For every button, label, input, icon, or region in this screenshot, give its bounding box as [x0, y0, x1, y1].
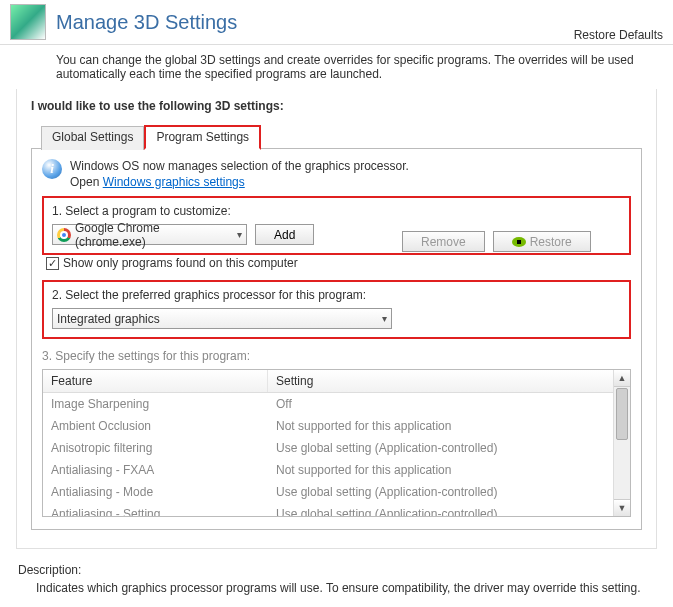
cell-setting: Not supported for this application [268, 415, 630, 437]
step1-label: 1. Select a program to customize: [52, 204, 621, 218]
table-row[interactable]: Antialiasing - FXAANot supported for thi… [43, 459, 630, 481]
cell-feature: Anisotropic filtering [43, 437, 268, 459]
col-feature[interactable]: Feature [43, 370, 268, 392]
table-row[interactable]: Anisotropic filteringUse global setting … [43, 437, 630, 459]
tab-program-settings[interactable]: Program Settings [144, 125, 261, 150]
table-row[interactable]: Ambient OcclusionNot supported for this … [43, 415, 630, 437]
description-text: Indicates which graphics processor progr… [18, 581, 655, 595]
page-title: Manage 3D Settings [56, 11, 237, 34]
scroll-down-icon[interactable]: ▼ [614, 499, 630, 516]
cell-feature: Antialiasing - FXAA [43, 459, 268, 481]
chevron-down-icon: ▾ [231, 229, 242, 240]
table-row[interactable]: Antialiasing - SettingUse global setting… [43, 503, 630, 516]
panel-title: I would like to use the following 3D set… [31, 99, 642, 113]
show-only-checkbox[interactable]: ✓ [46, 257, 59, 270]
nvidia-icon [512, 237, 526, 247]
description-title: Description: [18, 563, 655, 577]
add-button[interactable]: Add [255, 224, 314, 245]
intro-text: You can change the global 3D settings an… [0, 45, 673, 89]
description-block: Description: Indicates which graphics pr… [0, 557, 673, 605]
tab-body: i Windows OS now manages selection of th… [31, 148, 642, 530]
gpu-select[interactable]: Integrated graphics ▾ [52, 308, 392, 329]
chrome-icon [57, 228, 71, 242]
info-line2-prefix: Open [70, 175, 103, 189]
cell-feature: Antialiasing - Mode [43, 481, 268, 503]
show-only-label: Show only programs found on this compute… [63, 256, 298, 270]
scrollbar[interactable]: ▲ ▼ [613, 370, 630, 516]
restore-button-label: Restore [530, 235, 572, 249]
app-icon [10, 4, 46, 40]
col-setting[interactable]: Setting [268, 370, 630, 392]
step2-label: 2. Select the preferred graphics process… [52, 288, 621, 302]
info-line1: Windows OS now manages selection of the … [70, 159, 409, 173]
cell-setting: Use global setting (Application-controll… [268, 481, 630, 503]
restore-defaults-link[interactable]: Restore Defaults [574, 28, 663, 42]
step3-label: 3. Specify the settings for this program… [42, 349, 631, 363]
info-icon: i [42, 159, 62, 179]
cell-feature: Antialiasing - Setting [43, 503, 268, 516]
cell-feature: Image Sharpening [43, 393, 268, 415]
tabs: Global Settings Program Settings [41, 125, 642, 149]
info-text: Windows OS now manages selection of the … [70, 159, 409, 190]
scroll-up-icon[interactable]: ▲ [614, 370, 630, 387]
tab-global-settings[interactable]: Global Settings [41, 126, 144, 150]
table-row[interactable]: Image SharpeningOff [43, 393, 630, 415]
table-row[interactable]: Antialiasing - ModeUse global setting (A… [43, 481, 630, 503]
settings-table: Feature Setting Image SharpeningOffAmbie… [42, 369, 631, 517]
step2-box: 2. Select the preferred graphics process… [42, 280, 631, 339]
cell-feature: Ambient Occlusion [43, 415, 268, 437]
cell-setting: Use global setting (Application-controll… [268, 503, 630, 516]
gpu-select-value: Integrated graphics [57, 312, 160, 326]
table-body: Image SharpeningOffAmbient OcclusionNot … [43, 393, 630, 516]
info-row: i Windows OS now manages selection of th… [42, 159, 631, 190]
settings-panel: I would like to use the following 3D set… [16, 89, 657, 549]
cell-setting: Not supported for this application [268, 459, 630, 481]
windows-graphics-settings-link[interactable]: Windows graphics settings [103, 175, 245, 189]
cell-setting: Use global setting (Application-controll… [268, 437, 630, 459]
cell-setting: Off [268, 393, 630, 415]
show-only-row[interactable]: ✓ Show only programs found on this compu… [46, 256, 631, 270]
program-select-value: Google Chrome (chrome.exe) [75, 221, 231, 249]
table-header: Feature Setting [43, 370, 630, 393]
restore-button[interactable]: Restore [493, 231, 591, 252]
remove-button[interactable]: Remove [402, 231, 485, 252]
scroll-thumb[interactable] [616, 388, 628, 440]
chevron-down-icon: ▾ [376, 313, 387, 324]
program-select[interactable]: Google Chrome (chrome.exe) ▾ [52, 224, 247, 245]
header: Manage 3D Settings Restore Defaults [0, 0, 673, 45]
